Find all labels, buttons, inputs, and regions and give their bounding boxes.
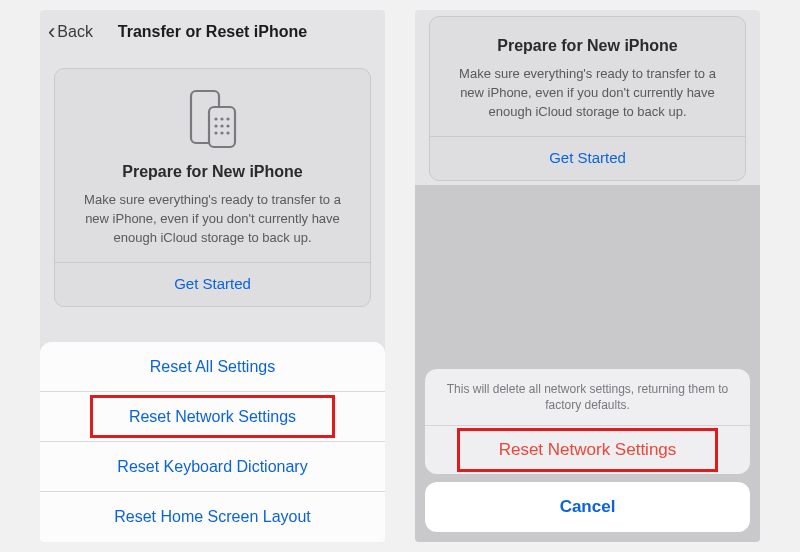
- svg-point-10: [226, 131, 229, 134]
- right-screenshot: Prepare for New iPhone Make sure everyth…: [415, 10, 760, 542]
- svg-point-2: [214, 117, 217, 120]
- prepare-card: Prepare for New iPhone Make sure everyth…: [429, 16, 746, 181]
- svg-point-6: [220, 124, 223, 127]
- back-button[interactable]: ‹ Back: [48, 21, 93, 43]
- reset-home-screen-layout[interactable]: Reset Home Screen Layout: [40, 492, 385, 542]
- confirm-group: This will delete all network settings, r…: [425, 369, 750, 474]
- divider: [55, 262, 370, 263]
- get-started-button[interactable]: Get Started: [444, 149, 731, 166]
- reset-keyboard-dictionary[interactable]: Reset Keyboard Dictionary: [40, 442, 385, 492]
- reset-all-settings[interactable]: Reset All Settings: [40, 342, 385, 392]
- left-screenshot: ‹ Back Transfer or Reset iPhone Prepare …: [40, 10, 385, 542]
- confirm-reset-network-settings[interactable]: Reset Network Settings: [425, 426, 750, 474]
- devices-icon: [69, 89, 356, 151]
- svg-point-5: [214, 124, 217, 127]
- card-title: Prepare for New iPhone: [444, 37, 731, 55]
- chevron-left-icon: ‹: [48, 21, 55, 43]
- svg-point-9: [220, 131, 223, 134]
- card-description: Make sure everything's ready to transfer…: [69, 191, 356, 248]
- svg-point-3: [220, 117, 223, 120]
- confirm-sheet: This will delete all network settings, r…: [425, 369, 750, 532]
- svg-point-8: [214, 131, 217, 134]
- get-started-button[interactable]: Get Started: [69, 275, 356, 292]
- reset-sheet: Reset All Settings Reset Network Setting…: [40, 342, 385, 542]
- cancel-button[interactable]: Cancel: [425, 482, 750, 532]
- nav-bar: ‹ Back Transfer or Reset iPhone: [40, 10, 385, 54]
- prepare-card: Prepare for New iPhone Make sure everyth…: [54, 68, 371, 307]
- divider: [430, 136, 745, 137]
- confirm-message: This will delete all network settings, r…: [425, 369, 750, 426]
- reset-network-settings[interactable]: Reset Network Settings: [40, 392, 385, 442]
- back-label: Back: [57, 23, 93, 41]
- card-title: Prepare for New iPhone: [69, 163, 356, 181]
- card-description: Make sure everything's ready to transfer…: [444, 65, 731, 122]
- svg-point-7: [226, 124, 229, 127]
- svg-point-4: [226, 117, 229, 120]
